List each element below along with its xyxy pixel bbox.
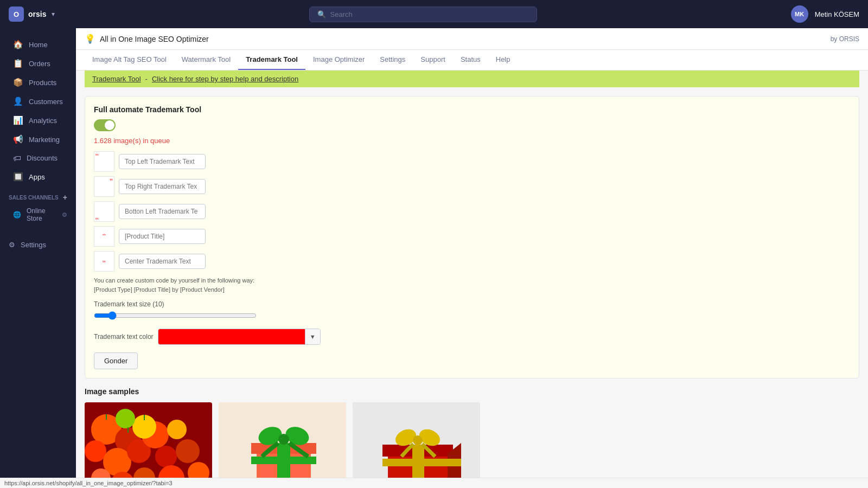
trademark-preview-top-right: tm: [94, 176, 114, 197]
tab-settings[interactable]: Settings: [372, 50, 413, 70]
center-trademark-input[interactable]: [119, 254, 206, 269]
sample-image-tomatoes: [85, 402, 212, 478]
top-left-trademark-input[interactable]: [119, 154, 206, 169]
trademark-preview-top-left: tm: [94, 151, 114, 172]
tab-help[interactable]: Help: [488, 50, 518, 70]
automate-toggle-row: [94, 119, 850, 131]
preview-text-product-title: title: [95, 233, 113, 236]
sales-channels-section: SALES CHANNELS +: [0, 187, 76, 204]
tab-image-optimizer[interactable]: Image Optimizer: [305, 50, 372, 70]
preview-text-center: tm: [103, 260, 106, 263]
svg-point-28: [278, 434, 289, 445]
sidebar-item-home[interactable]: 🏠 Home: [4, 35, 72, 54]
image-samples-title: Image samples: [85, 387, 859, 396]
preview-text-top-left: tm: [95, 153, 99, 156]
trademark-inputs: tm tm tm: [94, 151, 850, 272]
trademark-input-row-product-title: title: [94, 226, 850, 247]
sidebar-item-apps[interactable]: 🔲 Apps: [4, 168, 72, 186]
trademark-tool-link[interactable]: Trademark Tool: [92, 75, 141, 83]
tab-status[interactable]: Status: [453, 50, 488, 70]
queue-text: 1.628 image(s) in queue: [94, 137, 850, 145]
online-store-settings-icon[interactable]: ⚙: [62, 211, 67, 219]
text-size-row: Trademark text size (10): [94, 300, 850, 322]
product-title-trademark-input[interactable]: [119, 229, 206, 244]
marketing-icon: 📢: [13, 134, 23, 144]
sidebar-item-discounts[interactable]: 🏷 Discounts: [4, 149, 72, 167]
svg-point-37: [413, 435, 423, 445]
svg-point-4: [85, 440, 106, 462]
color-swatch: [158, 329, 305, 344]
svg-rect-34: [412, 445, 424, 478]
tab-watermark[interactable]: Watermark Tool: [174, 50, 238, 70]
text-color-label: Trademark text color: [94, 333, 154, 341]
sidebar-item-settings[interactable]: ⚙ Settings: [0, 236, 76, 253]
app-header-icon: 💡: [85, 34, 95, 44]
tab-support[interactable]: Support: [413, 50, 453, 70]
brand-chevron-icon[interactable]: ▾: [52, 10, 55, 18]
trademark-card: Full automate Trademark Tool 1.628 image…: [85, 96, 859, 378]
sidebar-item-marketing[interactable]: 📢 Marketing: [4, 130, 72, 149]
app-header: 💡 All in One Image SEO Optimizer by ORSI…: [76, 28, 868, 50]
trademark-input-row-bottom-left: tm: [94, 201, 850, 222]
sidebar-item-orders[interactable]: 📋 Orders: [4, 54, 72, 73]
bottom-left-trademark-input[interactable]: [119, 204, 206, 219]
trademark-preview-center: tm: [94, 251, 114, 272]
color-select-wrapper[interactable]: ▼: [158, 329, 321, 345]
sidebar-item-analytics[interactable]: 📊 Analytics: [4, 111, 72, 130]
preview-text-bottom-left: tm: [95, 217, 99, 220]
tab-image-alt-tag[interactable]: Image Alt Tag SEO Tool: [85, 50, 174, 70]
sidebar-item-customers[interactable]: 👤 Customers: [4, 92, 72, 111]
sample-image-gift-red: [353, 402, 480, 478]
home-icon: 🏠: [13, 40, 23, 49]
search-bar[interactable]: 🔍: [309, 7, 537, 22]
trademark-input-row-top-left: tm: [94, 151, 850, 172]
automate-toggle[interactable]: [94, 119, 116, 131]
sidebar-item-products[interactable]: 📦 Products: [4, 73, 72, 92]
sample-image-gift-green: [219, 402, 346, 478]
customers-icon: 👤: [13, 97, 23, 106]
text-color-row: Trademark text color ▼: [94, 329, 850, 345]
topbar-left: O orsis ▾: [9, 7, 55, 22]
apps-icon: 🔲: [13, 172, 23, 182]
svg-point-13: [176, 439, 200, 463]
online-store-icon: 🌐: [13, 211, 21, 219]
app-title: All in One Image SEO Optimizer: [100, 35, 209, 43]
topbar-right: MK Metin KÖSEM: [791, 5, 859, 23]
info-banner: Trademark Tool - Click here for step by …: [85, 70, 859, 87]
search-icon: 🔍: [317, 10, 326, 18]
preview-text-top-right: tm: [110, 178, 113, 181]
text-size-label: Trademark text size (10): [94, 300, 850, 308]
settings-icon: ⚙: [9, 241, 15, 249]
username: Metin KÖSEM: [815, 10, 859, 18]
search-input[interactable]: [330, 10, 529, 18]
tab-bar: Image Alt Tag SEO Tool Watermark Tool Tr…: [76, 50, 868, 70]
image-grid: [85, 402, 859, 478]
svg-point-16: [116, 409, 135, 428]
color-select-arrow-icon[interactable]: ▼: [305, 329, 320, 344]
help-description-link[interactable]: Click here for step by step help and des…: [152, 75, 298, 83]
custom-code-hint: You can create custom code by yourself i…: [94, 276, 850, 294]
text-size-slider[interactable]: [94, 311, 257, 320]
sidebar: 🏠 Home 📋 Orders 📦 Products 👤 Customers 📊…: [0, 28, 76, 478]
top-right-trademark-input[interactable]: [119, 179, 206, 194]
trademark-input-row-center: tm: [94, 251, 850, 272]
analytics-icon: 📊: [13, 115, 23, 125]
app-by: by ORSIS: [831, 35, 859, 43]
trademark-preview-product-title: title: [94, 226, 114, 247]
statusbar: https://api.orsis.net/shopify/all_in_one…: [0, 478, 868, 488]
image-samples-section: Image samples: [85, 387, 859, 478]
gonder-button[interactable]: Gonder: [94, 352, 138, 369]
tab-trademark[interactable]: Trademark Tool: [238, 50, 305, 70]
main-content: 💡 All in One Image SEO Optimizer by ORSI…: [76, 28, 868, 478]
trademark-preview-bottom-left: tm: [94, 201, 114, 222]
avatar: MK: [791, 5, 808, 23]
brand-logo[interactable]: O: [9, 7, 24, 22]
trademark-input-row-top-right: tm: [94, 176, 850, 197]
topbar: O orsis ▾ 🔍 MK Metin KÖSEM: [0, 0, 868, 28]
sidebar-item-online-store[interactable]: 🌐 Online Store ⚙: [0, 204, 76, 226]
brand-name: orsis: [28, 10, 46, 18]
discounts-icon: 🏷: [13, 153, 21, 163]
trademark-card-title: Full automate Trademark Tool: [94, 105, 850, 114]
add-sales-channel-icon[interactable]: +: [63, 193, 67, 202]
svg-rect-25: [277, 443, 290, 478]
